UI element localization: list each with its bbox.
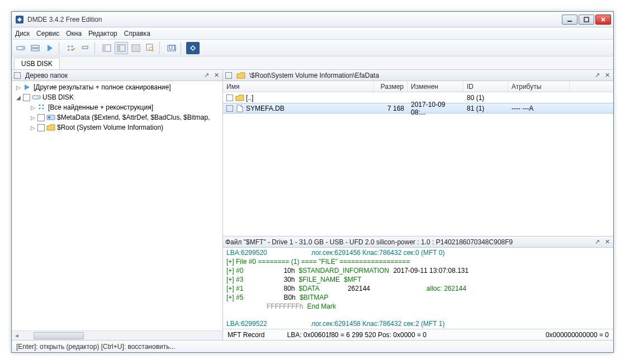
svg-point-31 bbox=[39, 108, 41, 110]
close-pane-icon[interactable]: ✕ bbox=[603, 238, 611, 246]
log-content[interactable]: LBA:6299520 лог.сек:6291456 Клас:786432 … bbox=[223, 248, 613, 329]
folder-icon bbox=[46, 123, 55, 132]
svg-rect-13 bbox=[103, 45, 106, 51]
svg-point-32 bbox=[42, 108, 44, 110]
minimize-button[interactable] bbox=[562, 15, 577, 25]
svg-rect-5 bbox=[31, 45, 39, 48]
tree-scrollbar[interactable]: ◂ bbox=[12, 330, 222, 340]
tool-drives-icon[interactable] bbox=[29, 42, 42, 54]
tree-checkbox[interactable] bbox=[37, 114, 45, 121]
svg-rect-34 bbox=[48, 116, 50, 119]
tree-checkbox[interactable] bbox=[37, 124, 45, 131]
tree-item-label[interactable]: [Все найденные + реконструкция] bbox=[48, 103, 153, 111]
close-button[interactable] bbox=[595, 15, 611, 25]
svg-point-29 bbox=[39, 105, 41, 106]
tool-hex-icon[interactable]: 01 bbox=[165, 42, 178, 54]
statusbar: [Enter]: открыть (редактор) [Ctrl+U]: во… bbox=[12, 340, 613, 352]
tree-item-label[interactable]: $Root (System Volume Information) bbox=[57, 124, 163, 131]
app-window: DMDE 3.4.2 Free Edition Диск Сервис Окна… bbox=[11, 11, 614, 353]
row-checkbox[interactable] bbox=[226, 94, 233, 101]
tool-view2-icon[interactable] bbox=[115, 42, 128, 54]
metadata-icon bbox=[46, 113, 55, 122]
folder-icon bbox=[236, 71, 245, 80]
tool-view1-icon[interactable] bbox=[100, 42, 113, 54]
folder-up-icon bbox=[235, 93, 244, 102]
close-pane-icon[interactable]: ✕ bbox=[603, 72, 611, 79]
col-attrs[interactable]: Атрибуты bbox=[508, 81, 570, 92]
tree-item-label[interactable]: [Другие результаты + полное сканирование… bbox=[34, 83, 171, 91]
tabstrip: USB DISK bbox=[12, 56, 613, 70]
file-icon bbox=[235, 104, 244, 113]
tab-usb-disk[interactable]: USB DISK bbox=[14, 58, 60, 69]
menu-editor[interactable]: Редактор bbox=[88, 30, 117, 37]
popout-icon[interactable]: ↗ bbox=[202, 72, 210, 79]
svg-rect-17 bbox=[119, 49, 120, 50]
popout-icon[interactable]: ↗ bbox=[593, 72, 601, 79]
column-headers: Имя Размер Изменен ID Атрибуты bbox=[223, 81, 613, 92]
close-pane-icon[interactable]: ✕ bbox=[212, 72, 220, 79]
maximize-button[interactable] bbox=[579, 15, 594, 25]
svg-rect-6 bbox=[31, 49, 39, 51]
play-icon bbox=[23, 83, 32, 92]
col-id[interactable]: ID bbox=[463, 81, 508, 92]
row-checkbox[interactable] bbox=[226, 105, 233, 112]
status-record: MFT Record bbox=[228, 331, 264, 339]
file-row[interactable]: SYMEFA.DB 7 168 2017-10-09 08:... 81 (1)… bbox=[223, 103, 613, 114]
scan-icon bbox=[37, 103, 46, 112]
folder-tree[interactable]: ▷[Другие результаты + полное сканировани… bbox=[12, 81, 222, 330]
log-header: Файл "$MFT" - Drive 1 - 31.0 GB - USB - … bbox=[225, 238, 591, 246]
menubar: Диск Сервис Окна Редактор Справка bbox=[12, 27, 613, 40]
popout-icon[interactable]: ↗ bbox=[593, 238, 601, 246]
file-pane: \$Root\System Volume Information\EfaData… bbox=[223, 70, 613, 237]
path-checkbox[interactable] bbox=[225, 72, 232, 79]
menu-windows[interactable]: Окна bbox=[66, 30, 82, 37]
menu-disk[interactable]: Диск bbox=[15, 30, 30, 37]
svg-rect-11 bbox=[82, 46, 88, 49]
window-title: DMDE 3.4.2 Free Edition bbox=[27, 16, 562, 23]
svg-line-24 bbox=[152, 50, 154, 51]
status-hint: [Enter]: открыть (редактор) [Ctrl+U]: во… bbox=[16, 343, 175, 351]
svg-rect-16 bbox=[119, 48, 120, 49]
file-list[interactable]: [..] 80 (1) SYMEFA.DB 7 168 2017-10-09 0… bbox=[223, 92, 613, 236]
menu-service[interactable]: Сервис bbox=[36, 30, 59, 37]
svg-point-7 bbox=[68, 45, 70, 47]
tool-play-icon[interactable] bbox=[43, 42, 56, 54]
tree-header-checkbox[interactable] bbox=[14, 72, 21, 79]
status-lba: LBA: 0x00601f80 = 6 299 520 Pos: 0x0000 … bbox=[287, 331, 427, 339]
tool-view3-icon[interactable] bbox=[129, 42, 143, 54]
col-name[interactable]: Имя bbox=[223, 81, 374, 92]
log-statusbar: MFT Record LBA: 0x00601f80 = 6 299 520 P… bbox=[223, 329, 613, 340]
tree-pane: Дерево папок ↗ ✕ ▷[Другие результаты + п… bbox=[12, 70, 223, 340]
file-name: SYMEFA.DB bbox=[246, 105, 285, 112]
status-offset: 0x000000000000 = 0 bbox=[546, 331, 609, 339]
col-size[interactable]: Размер bbox=[374, 81, 408, 92]
tool-search-icon[interactable] bbox=[144, 42, 157, 54]
svg-point-4 bbox=[22, 48, 23, 49]
svg-point-8 bbox=[72, 45, 73, 47]
tree-item-label[interactable]: USB DISK bbox=[42, 93, 74, 101]
svg-point-9 bbox=[68, 49, 70, 50]
file-name: [..] bbox=[246, 94, 253, 102]
tree-checkbox[interactable] bbox=[23, 94, 30, 101]
tool-logo-icon[interactable] bbox=[186, 42, 200, 54]
tool-new-icon[interactable] bbox=[79, 42, 92, 54]
tool-drive-icon[interactable] bbox=[14, 42, 27, 54]
svg-point-30 bbox=[42, 105, 44, 106]
app-icon bbox=[15, 15, 24, 24]
svg-rect-2 bbox=[584, 17, 589, 22]
tree-header-title: Дерево папок bbox=[25, 72, 200, 79]
drive-icon bbox=[32, 93, 41, 102]
toolbar: 01 bbox=[12, 40, 613, 56]
log-pane: Файл "$MFT" - Drive 1 - 31.0 GB - USB - … bbox=[223, 237, 613, 340]
svg-rect-15 bbox=[119, 46, 120, 47]
col-modified[interactable]: Изменен bbox=[408, 81, 463, 92]
path-label: \$Root\System Volume Information\EfaData bbox=[249, 72, 591, 79]
svg-rect-1 bbox=[567, 21, 572, 22]
tool-scan-icon[interactable] bbox=[64, 42, 78, 54]
svg-point-28 bbox=[38, 97, 39, 98]
tree-item-label[interactable]: $MetaData ($Extend, $AttrDef, $BadClus, … bbox=[57, 114, 210, 121]
menu-help[interactable]: Справка bbox=[124, 30, 150, 37]
titlebar[interactable]: DMDE 3.4.2 Free Edition bbox=[12, 12, 613, 27]
svg-text:01: 01 bbox=[169, 44, 176, 51]
